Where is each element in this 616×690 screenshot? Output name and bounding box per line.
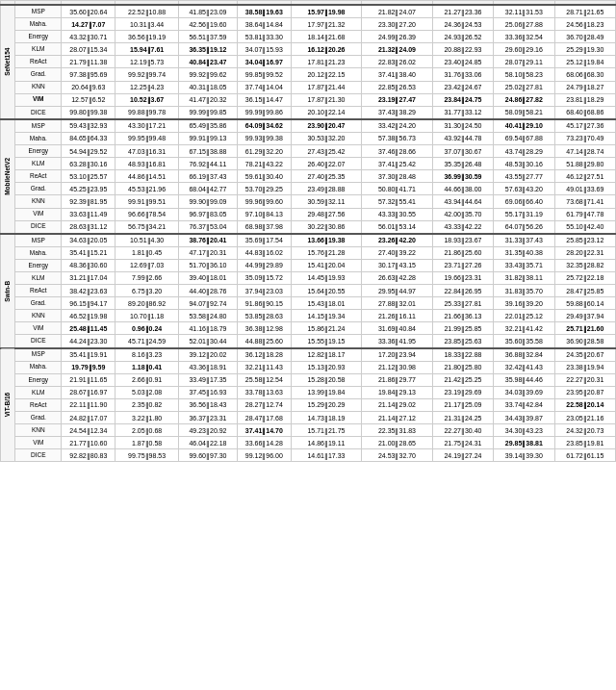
data-cell: 94.07‖92.74: [179, 297, 238, 310]
data-cell: 34.43‖39.87: [494, 412, 554, 424]
data-cell: 21.12‖30.98: [362, 361, 433, 373]
method-cell: Maha.: [15, 246, 62, 259]
data-cell: 56.01‖53.14: [362, 220, 433, 234]
data-cell: 29.85‖38.81: [494, 437, 554, 449]
data-cell: 38.76‖20.41: [179, 234, 238, 247]
data-cell: 55.17‖31.19: [494, 208, 554, 220]
data-cell: 1.87‖0.58: [116, 437, 179, 449]
data-cell: 37.30‖28.48: [362, 170, 433, 183]
data-cell: 14.73‖18.19: [291, 412, 362, 424]
method-cell: DICE: [15, 449, 62, 462]
data-cell: 22.35‖31.83: [362, 424, 433, 437]
data-cell: 63.28‖30.16: [62, 158, 116, 170]
data-cell: 33.36‖41.95: [362, 335, 433, 348]
method-cell: KNN: [15, 81, 62, 93]
data-cell: 40.41‖29.10: [494, 119, 554, 133]
data-cell: 45.17‖27.36: [554, 119, 615, 133]
data-cell: 15.13‖20.93: [291, 361, 362, 373]
data-cell: 33.66‖14.28: [237, 437, 291, 449]
data-cell: 36.56‖18.43: [179, 398, 238, 411]
data-cell: 59.43‖32.93: [62, 119, 116, 133]
section-label-3: ViT-B/16: [1, 348, 15, 462]
data-cell: 33.43‖35.71: [494, 259, 554, 271]
data-cell: 15.97‖19.98: [291, 5, 362, 18]
data-cell: 13.66‖19.38: [291, 234, 362, 247]
data-cell: 99.91‖99.51: [116, 195, 179, 208]
data-cell: 37.94‖23.03: [237, 285, 291, 297]
method-cell: KNN: [15, 310, 62, 322]
data-cell: 25.33‖27.81: [432, 297, 493, 310]
method-cell: ReAct: [15, 398, 62, 411]
data-cell: 22.27‖20.31: [554, 373, 615, 386]
data-cell: 31.69‖40.84: [362, 322, 433, 335]
data-cell: 24.35‖20.67: [554, 348, 615, 362]
data-cell: 73.68‖71.41: [554, 195, 615, 208]
data-cell: 51.88‖29.80: [554, 158, 615, 170]
data-cell: 23.40‖24.85: [432, 56, 493, 68]
data-cell: 31.83‖35.70: [494, 285, 554, 297]
data-cell: 15.41‖20.04: [291, 259, 362, 271]
data-cell: 13.99‖19.84: [291, 386, 362, 398]
data-cell: 64.09‖34.62: [237, 119, 291, 133]
data-cell: 61.79‖47.78: [554, 208, 615, 220]
data-cell: 27.43‖25.42: [291, 145, 362, 158]
data-cell: 28.07‖29.11: [494, 56, 554, 68]
data-cell: 22.85‖26.53: [362, 81, 433, 93]
data-cell: 29.49‖37.94: [554, 310, 615, 322]
data-cell: 15.71‖21.75: [291, 424, 362, 437]
data-cell: 7.99‖2.66: [116, 271, 179, 284]
data-cell: 43.33‖42.22: [432, 220, 493, 234]
method-cell: MSP: [15, 119, 62, 133]
data-cell: 92.82‖80.83: [62, 449, 116, 462]
data-cell: 32.35‖28.82: [554, 259, 615, 271]
data-cell: 36.37‖23.31: [179, 412, 238, 424]
data-cell: 21.99‖25.85: [432, 322, 493, 335]
data-cell: 28.27‖12.74: [237, 398, 291, 411]
data-cell: 1.81‖0.45: [116, 246, 179, 259]
data-cell: 21.32‖24.09: [362, 43, 433, 56]
data-cell: 33.36‖32.54: [494, 31, 554, 43]
method-cell: Maha.: [15, 361, 62, 373]
data-cell: 21.80‖25.80: [432, 361, 493, 373]
data-cell: 37.46‖28.66: [362, 145, 433, 158]
data-cell: 12.57‖6.52: [62, 93, 116, 106]
data-cell: 58.10‖58.23: [494, 68, 554, 81]
data-cell: 30.17‖43.15: [362, 259, 433, 271]
data-cell: 15.86‖21.24: [291, 322, 362, 335]
data-cell: 19.66‖23.31: [432, 271, 493, 284]
data-cell: 43.30‖17.21: [116, 119, 179, 133]
data-cell: 1.18‖0.41: [116, 361, 179, 373]
data-cell: 15.29‖20.29: [291, 398, 362, 411]
data-cell: 2.35‖0.82: [116, 398, 179, 411]
data-cell: 35.98‖44.46: [494, 373, 554, 386]
data-cell: 44.40‖28.76: [179, 285, 238, 297]
data-cell: 34.03‖39.69: [494, 386, 554, 398]
data-cell: 46.12‖27.51: [554, 170, 615, 183]
method-cell: ViM: [15, 208, 62, 220]
data-cell: 40.31‖18.05: [179, 81, 238, 93]
data-cell: 28.07‖15.34: [62, 43, 116, 56]
data-cell: 46.04‖22.18: [179, 437, 238, 449]
data-cell: 28.67‖16.97: [62, 386, 116, 398]
data-cell: 24.93‖26.52: [432, 31, 493, 43]
data-cell: 42.56‖19.60: [179, 18, 238, 31]
data-cell: 24.82‖17.07: [62, 412, 116, 424]
data-cell: 19.79‖9.59: [62, 361, 116, 373]
data-cell: 22.27‖30.40: [432, 424, 493, 437]
data-cell: 42.00‖35.70: [432, 208, 493, 220]
method-cell: KNN: [15, 424, 62, 437]
data-cell: 32.21‖11.43: [237, 361, 291, 373]
data-cell: 53.85‖28.63: [237, 310, 291, 322]
data-cell: 57.38‖56.73: [362, 132, 433, 144]
data-cell: 17.97‖21.32: [291, 18, 362, 31]
data-cell: 23.81‖18.29: [554, 93, 615, 106]
data-cell: 31.82‖38.11: [494, 271, 554, 284]
data-cell: 25.12‖19.84: [554, 56, 615, 68]
data-cell: 15.43‖18.01: [291, 297, 362, 310]
data-cell: 23.26‖42.20: [362, 234, 433, 247]
data-cell: 25.85‖23.12: [554, 234, 615, 247]
data-cell: 39.40‖18.01: [179, 271, 238, 284]
data-cell: 15.94‖7.61: [116, 43, 179, 56]
data-cell: 38.64‖14.84: [237, 18, 291, 31]
data-cell: 31.77‖33.12: [432, 106, 493, 119]
